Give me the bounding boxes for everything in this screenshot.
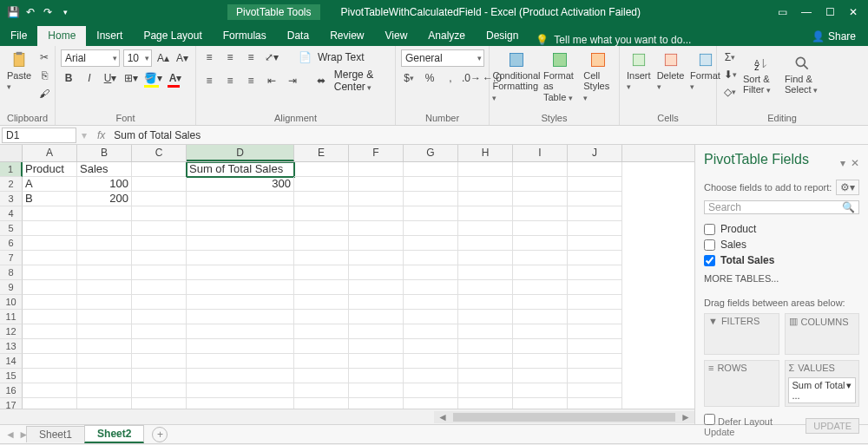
cell-B16[interactable]	[77, 383, 132, 398]
cell-D1[interactable]: Sum of Total Sales	[187, 162, 294, 177]
cell-I8[interactable]	[513, 265, 568, 280]
cell-A9[interactable]	[23, 280, 77, 295]
cell-A13[interactable]	[23, 339, 77, 354]
align-right-icon[interactable]: ≡	[243, 73, 259, 88]
ribbon-options-icon[interactable]: ▭	[778, 6, 787, 18]
fx-icon[interactable]: fx	[92, 129, 110, 141]
close-icon[interactable]: ✕	[849, 6, 858, 18]
cell-F9[interactable]	[349, 280, 404, 295]
cell-B1[interactable]: Sales	[77, 162, 132, 177]
font-name-select[interactable]: Arial	[61, 49, 120, 67]
tab-data[interactable]: Data	[277, 26, 319, 46]
cell-J16[interactable]	[568, 383, 622, 398]
cell-J3[interactable]	[568, 192, 622, 206]
increase-font-icon[interactable]: A▴	[155, 50, 171, 66]
cell-J11[interactable]	[568, 310, 622, 324]
cell-D4[interactable]	[187, 206, 294, 221]
number-format-select[interactable]: General	[401, 49, 484, 67]
cell-J17[interactable]	[568, 398, 622, 409]
cell-B2[interactable]: 100	[77, 177, 132, 192]
cell-I6[interactable]	[513, 236, 568, 251]
cell-I4[interactable]	[513, 206, 568, 221]
area-filters[interactable]: ▼FILTERS	[704, 313, 779, 355]
cell-C3[interactable]	[132, 192, 187, 206]
cell-C15[interactable]	[132, 369, 187, 383]
cell-A12[interactable]	[23, 324, 77, 339]
cell-H7[interactable]	[458, 251, 513, 265]
decrease-font-icon[interactable]: A▾	[174, 50, 190, 66]
cell-H9[interactable]	[458, 280, 513, 295]
font-size-select[interactable]: 10	[123, 49, 152, 67]
row-header-2[interactable]: 2	[0, 177, 23, 192]
wrap-text-button[interactable]: 📄	[297, 49, 312, 65]
cell-A17[interactable]	[23, 398, 77, 409]
cell-D13[interactable]	[187, 339, 294, 354]
formula-input[interactable]: Sum of Total Sales	[110, 129, 868, 141]
cell-A1[interactable]: Product	[23, 162, 77, 177]
col-header-B[interactable]: B	[77, 145, 132, 161]
cell-G2[interactable]	[404, 177, 458, 192]
format-as-table-button[interactable]: Format as Table	[542, 49, 578, 104]
cell-I17[interactable]	[513, 398, 568, 409]
cell-D6[interactable]	[187, 236, 294, 251]
cell-C11[interactable]	[132, 310, 187, 324]
cell-H12[interactable]	[458, 324, 513, 339]
cell-C2[interactable]	[132, 177, 187, 192]
cell-D2[interactable]: 300	[187, 177, 294, 192]
cell-B5[interactable]	[77, 221, 132, 236]
row-header-14[interactable]: 14	[0, 354, 23, 369]
row-header-3[interactable]: 3	[0, 192, 23, 206]
cell-F10[interactable]	[349, 295, 404, 310]
cell-J4[interactable]	[568, 206, 622, 221]
cell-E2[interactable]	[294, 177, 349, 192]
col-header-H[interactable]: H	[458, 145, 513, 161]
cell-F8[interactable]	[349, 265, 404, 280]
cell-C6[interactable]	[132, 236, 187, 251]
area-columns[interactable]: ▥COLUMNS	[785, 313, 860, 355]
share-button[interactable]: 👤 Share	[799, 27, 868, 46]
col-header-E[interactable]: E	[294, 145, 349, 161]
cell-I7[interactable]	[513, 251, 568, 265]
cell-H4[interactable]	[458, 206, 513, 221]
row-header-9[interactable]: 9	[0, 280, 23, 295]
percent-icon[interactable]: %	[422, 70, 437, 86]
field-total-sales[interactable]: Total Sales	[704, 252, 859, 268]
cell-I11[interactable]	[513, 310, 568, 324]
cell-I16[interactable]	[513, 383, 568, 398]
cell-D10[interactable]	[187, 295, 294, 310]
cell-A10[interactable]	[23, 295, 77, 310]
cell-C9[interactable]	[132, 280, 187, 295]
autosum-icon[interactable]: Σ	[722, 49, 738, 65]
cell-B4[interactable]	[77, 206, 132, 221]
cell-E5[interactable]	[294, 221, 349, 236]
scroll-left-icon[interactable]: ◄	[434, 411, 451, 423]
cell-E3[interactable]	[294, 192, 349, 206]
cell-C14[interactable]	[132, 354, 187, 369]
cell-F11[interactable]	[349, 310, 404, 324]
update-button[interactable]: UPDATE	[806, 418, 859, 434]
cell-B6[interactable]	[77, 236, 132, 251]
name-box-dropdown-icon[interactable]: ▾	[76, 129, 92, 141]
sheet-tab-2[interactable]: Sheet2	[84, 425, 144, 443]
cell-G9[interactable]	[404, 280, 458, 295]
cell-B11[interactable]	[77, 310, 132, 324]
row-header-12[interactable]: 12	[0, 324, 23, 339]
align-center-icon[interactable]: ≡	[222, 73, 238, 88]
cut-icon[interactable]: ✂	[36, 49, 52, 65]
cell-A15[interactable]	[23, 369, 77, 383]
cell-F16[interactable]	[349, 383, 404, 398]
cell-I2[interactable]	[513, 177, 568, 192]
cell-J2[interactable]	[568, 177, 622, 192]
cell-C10[interactable]	[132, 295, 187, 310]
decrease-indent-icon[interactable]: ⇤	[264, 73, 279, 88]
cell-B13[interactable]	[77, 339, 132, 354]
tab-home[interactable]: Home	[37, 26, 86, 46]
cell-C7[interactable]	[132, 251, 187, 265]
cell-D15[interactable]	[187, 369, 294, 383]
cell-B17[interactable]	[77, 398, 132, 409]
bold-button[interactable]: B	[61, 70, 76, 86]
align-left-icon[interactable]: ≡	[201, 73, 217, 88]
cell-C12[interactable]	[132, 324, 187, 339]
cell-A4[interactable]	[23, 206, 77, 221]
cell-J12[interactable]	[568, 324, 622, 339]
